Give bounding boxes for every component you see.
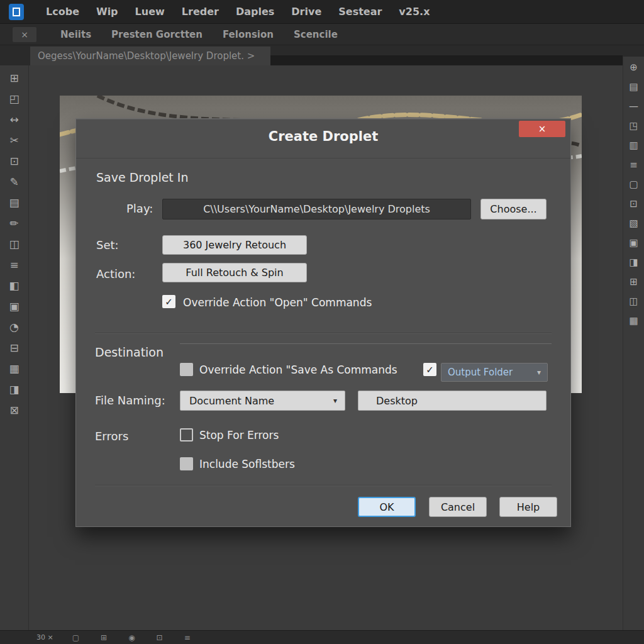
errors-label: Errors <box>95 430 128 443</box>
status-bar: 30 × ▢⊞◉⊡≡ <box>0 630 644 644</box>
output-folder-checkbox[interactable]: ✓ <box>423 363 436 376</box>
override-save-label: Override Action "Save As Commands <box>199 364 397 376</box>
set-dropdown[interactable]: 360 Jewelry Retouch <box>162 235 307 255</box>
choose-button[interactable]: Choose... <box>480 199 547 219</box>
pen-tool-icon[interactable]: ⊟ <box>9 343 18 353</box>
lasso-tool-icon[interactable]: ✂ <box>9 135 18 146</box>
stamp-tool-icon[interactable]: ◫ <box>9 239 19 250</box>
chevron-down-icon: ▾ <box>333 396 337 405</box>
menu-item-luew[interactable]: Luew <box>135 6 165 18</box>
include-label: Include Soflstbers <box>199 458 295 470</box>
override-save-checkbox[interactable] <box>180 363 193 376</box>
menu-items: LcobeWipLuewLrederDaplesDriveSestearv25.… <box>46 6 430 18</box>
destination-folder-value: Desktop <box>376 395 418 407</box>
destination-folder-field[interactable]: Desktop <box>358 391 547 411</box>
actions-panel-icon[interactable]: ◫ <box>629 297 638 306</box>
layers-panel-icon[interactable]: ▤ <box>629 82 638 92</box>
app-logo-icon <box>9 4 24 20</box>
marquee-tool-icon[interactable]: ◰ <box>9 94 19 104</box>
help-button[interactable]: Help <box>499 497 557 517</box>
text-tool-icon[interactable]: ▦ <box>9 364 19 374</box>
frames-tool-icon[interactable]: ⊞ <box>9 73 18 84</box>
eraser-tool-icon[interactable]: ◧ <box>9 280 19 291</box>
output-folder-value: Output Folder <box>448 367 513 378</box>
output-folder-dropdown[interactable]: Output Folder ▾ <box>441 363 548 382</box>
footer-divider <box>95 485 552 486</box>
action-dropdown[interactable]: Full Retouch & Spin <box>162 263 307 282</box>
patch-tool-icon[interactable]: ▤ <box>9 197 19 208</box>
zoom-tool-icon[interactable]: ⊠ <box>9 405 18 416</box>
status-menu-icon[interactable]: ≡ <box>184 634 191 641</box>
brush-tool-icon[interactable]: ✏ <box>9 218 18 229</box>
file-naming-value: Document Name <box>189 395 274 407</box>
left-toolbar: ⊞◰↔✂⊡✎▤✏◫≡◧▣◔⊟▦◨⊠ <box>0 65 29 630</box>
override-open-checkbox[interactable]: ✓ <box>162 295 175 308</box>
menu-item-drive[interactable]: Drive <box>291 6 321 18</box>
swatches-panel-icon[interactable]: ▧ <box>629 219 638 228</box>
tab-felonsion[interactable]: Felonsion <box>223 29 274 40</box>
brushes-panel-icon[interactable]: ▣ <box>629 238 638 248</box>
options-items: NeiitsPresten GorcttenFelonsionScencile <box>60 29 338 40</box>
zoom-level: 30 × <box>36 633 53 641</box>
adjustments-panel-icon[interactable]: ◳ <box>629 121 638 131</box>
tab-neiits[interactable]: Neiits <box>60 29 91 40</box>
play-label: Play: <box>126 202 153 215</box>
paths-panel-icon[interactable]: ▢ <box>629 180 638 189</box>
libraries-panel-icon[interactable]: ⊞ <box>630 277 638 287</box>
eyedropper-tool-icon[interactable]: ✎ <box>9 177 18 187</box>
destination-divider <box>180 343 552 344</box>
status-doc-icon[interactable]: ▢ <box>72 634 79 641</box>
action-label: Action: <box>96 267 135 280</box>
search-icon[interactable]: ⊕ <box>630 63 638 72</box>
right-panel-strip: ⊕▤—◳▥≡▢⊡▧▣◨⊞◫▦ <box>623 57 644 630</box>
cancel-button[interactable]: Cancel <box>429 497 487 517</box>
create-droplet-dialog: × Create Droplet Save Droplet In Play: C… <box>75 118 571 527</box>
document-tab-bar: Oegess\YourName\Desktop\Jewelry Droplet.… <box>0 45 644 65</box>
info-panel-icon[interactable]: ▦ <box>629 316 638 326</box>
history-brush-tool-icon[interactable]: ≡ <box>9 260 18 270</box>
override-open-label: Override Action "Open" Commands <box>183 296 372 309</box>
shape-tool-icon[interactable]: ◨ <box>9 384 19 395</box>
ok-button[interactable]: OK <box>358 497 416 517</box>
file-naming-dropdown[interactable]: Document Name ▾ <box>180 391 345 411</box>
crop-tool-icon[interactable]: ⊡ <box>9 156 18 167</box>
stop-for-errors-label: Stop For Errors <box>199 429 279 441</box>
document-tab[interactable]: Oegess\YourName\Desktop\Jewelry Droplet.… <box>30 47 270 65</box>
menu-item-sestear[interactable]: Sestear <box>338 6 382 18</box>
chevron-down-icon: ▾ <box>537 368 541 377</box>
tab-bar-filler <box>270 55 623 65</box>
menu-item-version[interactable]: v25.x <box>399 6 430 18</box>
patterns-panel-icon[interactable]: ◨ <box>629 258 638 267</box>
status-grid-icon[interactable]: ⊞ <box>101 634 107 641</box>
section-divider <box>95 333 552 333</box>
menu-item-wip[interactable]: Wip <box>96 6 118 18</box>
stop-for-errors-checkbox[interactable] <box>180 428 193 441</box>
tab-scencile[interactable]: Scencile <box>294 29 338 40</box>
menu-item-daples[interactable]: Daples <box>236 6 274 18</box>
set-label: Set: <box>96 238 119 252</box>
close-tab-button[interactable]: × <box>13 27 36 42</box>
color-panel-icon[interactable]: ⊡ <box>630 199 638 209</box>
status-icons: ▢⊞◉⊡≡ <box>72 634 191 641</box>
channels-panel-icon[interactable]: ≡ <box>630 160 638 170</box>
options-bar: × NeiitsPresten GorcttenFelonsionScencil… <box>0 24 644 45</box>
dialog-title: Create Droplet <box>76 129 570 144</box>
panel-divider-icon[interactable]: — <box>629 102 638 111</box>
photoshop-window: LcobeWipLuewLrederDaplesDriveSestearv25.… <box>0 0 644 644</box>
save-droplet-in-heading: Save Droplet In <box>96 170 189 184</box>
gradient-tool-icon[interactable]: ▣ <box>9 301 19 312</box>
move-tool-icon[interactable]: ↔ <box>9 114 18 125</box>
properties-panel-icon[interactable]: ▥ <box>629 141 638 150</box>
menu-bar: LcobeWipLuewLrederDaplesDriveSestearv25.… <box>0 0 644 24</box>
include-checkbox[interactable] <box>180 457 193 470</box>
menu-item-lcobe[interactable]: Lcobe <box>46 6 79 18</box>
status-record-icon[interactable]: ◉ <box>128 634 135 641</box>
file-naming-label: File Naming: <box>95 394 165 407</box>
menu-item-lreder[interactable]: Lreder <box>182 6 219 18</box>
tab-presten-gorctten[interactable]: Presten Gorctten <box>111 29 203 40</box>
droplet-path-input[interactable] <box>162 199 471 219</box>
title-divider <box>76 158 570 158</box>
status-frame-icon[interactable]: ⊡ <box>157 634 163 641</box>
destination-heading: Destination <box>95 345 164 359</box>
dodge-tool-icon[interactable]: ◔ <box>9 322 19 333</box>
